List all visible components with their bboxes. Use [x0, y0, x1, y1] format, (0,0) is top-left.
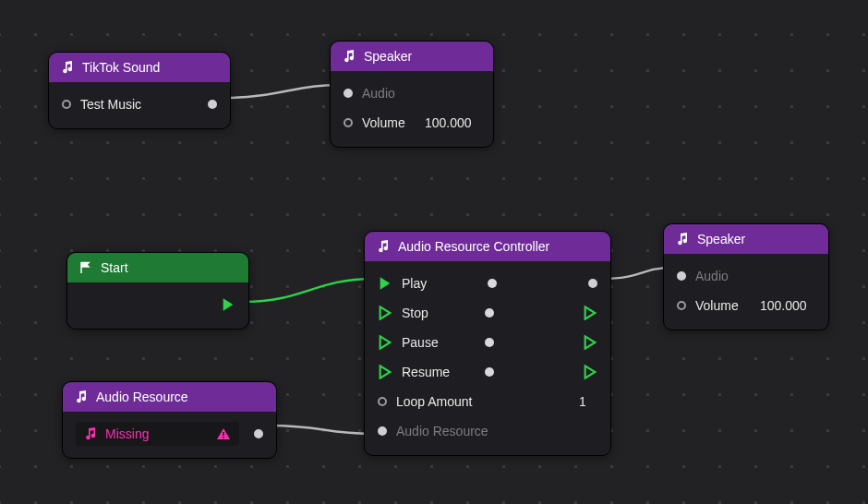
node-speaker-right[interactable]: Speaker Audio Volume 100.000 [663, 223, 829, 330]
row-label: Resume [402, 365, 472, 379]
music-note-icon [376, 239, 391, 254]
exec-out-port[interactable] [583, 306, 597, 320]
node-title: Speaker [697, 232, 745, 246]
row-audio[interactable]: Audio [344, 78, 480, 108]
row-resume[interactable]: Resume [378, 357, 597, 387]
input-port[interactable] [677, 301, 686, 310]
node-header[interactable]: Speaker [664, 224, 828, 254]
row-label: Audio Resource [396, 424, 597, 438]
exec-out-port[interactable] [583, 365, 597, 379]
row-volume[interactable]: Volume 100.000 [344, 108, 480, 138]
exec-in-port[interactable] [378, 365, 392, 379]
output-port[interactable] [588, 279, 597, 288]
exec-in-port[interactable] [378, 306, 392, 320]
input-port[interactable] [344, 89, 353, 98]
node-start[interactable]: Start [66, 252, 249, 330]
row-label: Volume [695, 298, 751, 313]
node-audio-resource[interactable]: Audio Resource Missing [62, 381, 277, 459]
output-port[interactable] [254, 429, 263, 438]
row-label: Volume [362, 115, 416, 130]
input-port[interactable] [62, 100, 71, 109]
node-header[interactable]: Audio Resource [63, 382, 276, 412]
music-note-icon [74, 390, 89, 404]
missing-label: Missing [105, 426, 208, 441]
exec-in-port[interactable] [378, 335, 392, 350]
node-header[interactable]: Speaker [331, 42, 493, 71]
node-title: Audio Resource [96, 390, 188, 404]
row-pause[interactable]: Pause [378, 328, 597, 357]
flag-icon [78, 260, 93, 275]
row-label: Audio [362, 86, 480, 101]
volume-value[interactable]: 100.000 [760, 298, 815, 313]
exec-out-port[interactable] [221, 297, 235, 312]
row-label: Loop Amount [396, 394, 570, 409]
input-port[interactable] [677, 271, 686, 281]
toggle-dot[interactable] [488, 279, 497, 288]
toggle-dot[interactable] [485, 367, 494, 377]
node-title: Start [101, 260, 128, 275]
row-label: Stop [402, 306, 472, 320]
row-volume[interactable]: Volume 100.000 [677, 291, 815, 320]
warning-icon [215, 426, 232, 442]
node-audio-resource-controller[interactable]: Audio Resource Controller Play Stop Paus… [364, 231, 611, 456]
exec-in-port[interactable] [378, 276, 392, 291]
row-play[interactable]: Play [378, 269, 597, 298]
output-port[interactable] [208, 100, 217, 109]
toggle-dot[interactable] [485, 338, 494, 347]
node-header[interactable]: Start [67, 253, 248, 282]
input-port[interactable] [378, 397, 387, 406]
music-note-icon [675, 232, 690, 246]
toggle-dot[interactable] [485, 308, 494, 318]
volume-value[interactable]: 100.000 [425, 115, 480, 130]
music-note-icon [83, 426, 98, 441]
music-note-icon [60, 60, 75, 75]
row-audio-resource[interactable]: Audio Resource [378, 416, 597, 446]
input-port[interactable] [378, 426, 387, 436]
node-title: Audio Resource Controller [398, 239, 549, 254]
exec-out-port[interactable] [583, 335, 597, 350]
node-title: TikTok Sound [82, 60, 160, 75]
row-label: Pause [402, 335, 472, 350]
node-header[interactable]: TikTok Sound [49, 53, 230, 82]
node-speaker-top[interactable]: Speaker Audio Volume 100.000 [330, 41, 494, 148]
row-missing[interactable]: Missing [76, 419, 263, 449]
row-test-music[interactable]: Test Music [62, 90, 217, 119]
row-stop[interactable]: Stop [378, 298, 597, 328]
loop-value[interactable]: 1 [579, 394, 597, 409]
input-port[interactable] [344, 118, 353, 127]
row-loop-amount[interactable]: Loop Amount 1 [378, 387, 597, 416]
node-tiktok-sound[interactable]: TikTok Sound Test Music [48, 52, 231, 129]
node-header[interactable]: Audio Resource Controller [365, 232, 610, 261]
node-title: Speaker [364, 49, 412, 64]
row-label: Play [402, 276, 475, 291]
row-label: Audio [695, 269, 815, 283]
row-label: Test Music [80, 97, 199, 112]
row-audio[interactable]: Audio [677, 261, 815, 291]
row-exec-out[interactable] [80, 290, 235, 319]
music-note-icon [342, 49, 356, 64]
missing-chip[interactable]: Missing [76, 422, 239, 446]
